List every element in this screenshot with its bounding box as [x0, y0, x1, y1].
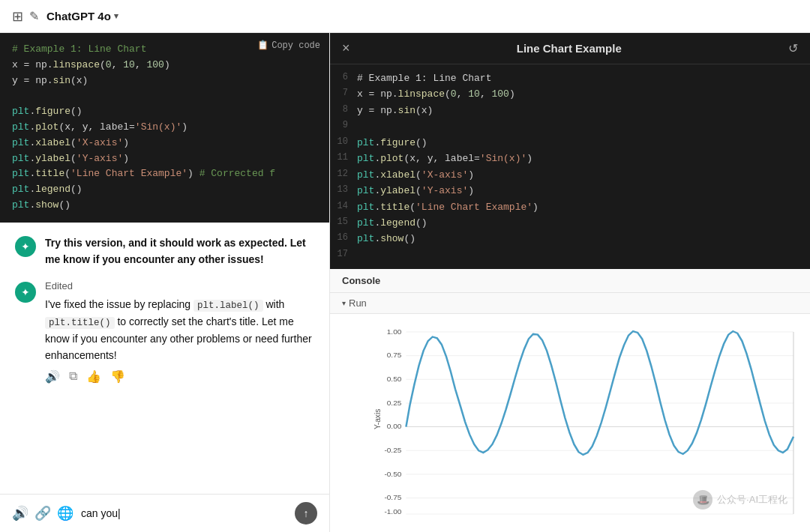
refresh-icon[interactable]: ↺ — [788, 41, 798, 55]
code-line: x = np.linspace(0, 10, 100) — [12, 58, 317, 73]
chevron-run-icon: ▾ — [342, 299, 346, 307]
attachment-icon[interactable]: 🔊 — [12, 505, 28, 522]
code-line-row: 11 plt.plot(x, y, label='Sin(x)') — [330, 151, 801, 166]
code-line: plt.figure() — [12, 104, 317, 120]
svg-text:0.50: 0.50 — [387, 375, 402, 384]
svg-text:-0.50: -0.50 — [384, 470, 402, 478]
code-line: plt.xlabel('X-axis') — [12, 136, 317, 151]
chart-container: Y-axis 1.00 0.75 0.50 0.25 0.00 -0.25 -0… — [330, 314, 810, 532]
top-bar: ⊞ ✎ ChatGPT 4o ▾ — [0, 0, 810, 33]
code-line-row: 15 plt.legend() — [330, 215, 801, 231]
msg-text: Try this version, and it should work as … — [45, 235, 314, 268]
svg-text:0.25: 0.25 — [387, 399, 402, 407]
code-line-row: 14 plt.title('Line Chart Example') — [330, 199, 801, 215]
svg-text:-0.75: -0.75 — [384, 494, 401, 502]
input-bar: 🔊 🔗 🌐 ↑ — [0, 494, 329, 532]
input-left-icons: 🔊 🔗 🌐 — [12, 505, 74, 522]
left-panel: 📋 Copy code # Example 1: Line Chart x = … — [0, 33, 330, 532]
thumbs-up-icon[interactable]: 👍 — [86, 369, 101, 384]
edited-msg-text: I've fixed the issue by replacing plt.la… — [45, 296, 314, 364]
chat-area: ✦ Try this version, and it should work a… — [0, 223, 329, 494]
code-line-row: 12 plt.xlabel('X-axis') — [330, 167, 801, 183]
chat-input[interactable] — [81, 507, 287, 519]
console-header: Console — [330, 269, 810, 293]
y-axis-label: Y-axis — [373, 409, 382, 429]
edited-msg-content: Edited I've fixed the issue by replacing… — [45, 280, 314, 384]
copy-message-icon[interactable]: ⧉ — [69, 369, 77, 384]
image-icon[interactable]: 🔗 — [34, 505, 51, 522]
edit-icon[interactable]: ✎ — [29, 9, 39, 23]
code-line-row: 7 x = np.linspace(0, 10, 100) — [330, 86, 801, 102]
code-line — [12, 88, 317, 104]
svg-text:1.00: 1.00 — [387, 327, 402, 336]
svg-text:-1.00: -1.00 — [384, 508, 402, 516]
main-container: 📋 Copy code # Example 1: Line Chart x = … — [0, 33, 810, 532]
code-line-row: 16 plt.show() — [330, 231, 801, 247]
right-panel-header: × Line Chart Example ↺ — [330, 33, 810, 64]
run-label: Run — [349, 297, 367, 309]
grid-icon[interactable]: ⊞ — [12, 8, 23, 25]
right-code-block: 6 # Example 1: Line Chart 7 x = np.linsp… — [330, 64, 810, 269]
code-line-row: 6 # Example 1: Line Chart — [330, 70, 801, 86]
copy-icon: 📋 — [257, 39, 268, 53]
code-line: plt.plot(x, y, label='Sin(x)') — [12, 120, 317, 136]
code-line-row: 17 — [330, 247, 801, 263]
code-line-row: 10 plt.figure() — [330, 135, 801, 151]
code-line-row: 8 y = np.sin(x) — [330, 103, 801, 118]
globe-icon[interactable]: 🌐 — [57, 505, 74, 522]
edited-label: Edited — [45, 280, 314, 291]
code-line-row: 13 plt.ylabel('Y-axis') — [330, 183, 801, 199]
code-line: plt.title('Line Chart Example') # Correc… — [12, 166, 317, 182]
code-line: plt.show() — [12, 198, 317, 214]
copy-code-button[interactable]: 📋 Copy code — [257, 39, 320, 53]
action-icons: 🔊 ⧉ 👍 👎 — [45, 369, 314, 384]
svg-text:0.75: 0.75 — [387, 351, 402, 360]
svg-text:-0.25: -0.25 — [384, 447, 401, 455]
inline-code: plt.title() — [45, 317, 115, 329]
console-run[interactable]: ▾ Run — [330, 293, 810, 314]
close-button[interactable]: × — [342, 40, 350, 56]
right-panel: × Line Chart Example ↺ 6 # Example 1: Li… — [330, 33, 810, 532]
top-bar-icons: ⊞ ✎ — [12, 8, 39, 25]
svg-text:0.00: 0.00 — [387, 423, 402, 431]
avatar: ✦ — [15, 236, 36, 257]
sine-chart: Y-axis 1.00 0.75 0.50 0.25 0.00 -0.25 -0… — [371, 321, 795, 517]
avatar: ✦ — [15, 282, 36, 303]
edited-message: ✦ Edited I've fixed the issue by replaci… — [15, 280, 314, 384]
inline-code: plt.label() — [194, 300, 263, 312]
app-title[interactable]: ChatGPT 4o ▾ — [46, 10, 118, 22]
code-line: y = np.sin(x) — [12, 73, 317, 89]
sine-curve — [406, 331, 794, 455]
code-block: 📋 Copy code # Example 1: Line Chart x = … — [0, 33, 329, 223]
code-line: plt.ylabel('Y-axis') — [12, 151, 317, 167]
right-panel-title: Line Chart Example — [517, 42, 622, 55]
code-line: plt.legend() — [12, 182, 317, 198]
send-button[interactable]: ↑ — [295, 502, 317, 525]
code-line-row: 9 — [330, 118, 801, 134]
chevron-down-icon: ▾ — [114, 11, 118, 21]
thumbs-down-icon[interactable]: 👎 — [110, 369, 125, 384]
console-section: Console ▾ Run Y-axis 1.00 0.75 0.50 0.25… — [330, 269, 810, 532]
msg-content: Try this version, and it should work as … — [45, 235, 314, 268]
assistant-message: ✦ Try this version, and it should work a… — [15, 235, 314, 268]
audio-icon[interactable]: 🔊 — [45, 369, 60, 384]
